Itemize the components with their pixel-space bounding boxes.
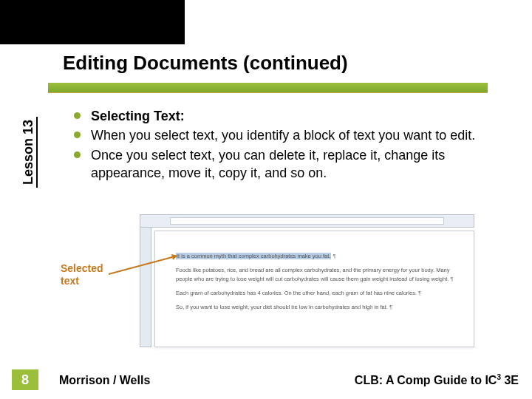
selected-text-highlight: It is a common myth that complex carbohy…	[176, 253, 331, 259]
document-page: It is a common myth that complex carbohy…	[154, 231, 474, 347]
doc-paragraph: Each gram of carbohydrates has 4 calorie…	[176, 289, 457, 298]
bullet-item: When you select text, you identify a blo…	[74, 126, 502, 144]
doc-paragraph-selected: It is a common myth that complex carbohy…	[176, 252, 457, 261]
bullet-item: Once you select text, you can delete it,…	[74, 146, 502, 183]
page-number: 8	[12, 369, 38, 390]
callout-label: Selected text	[61, 262, 118, 287]
footer-authors: Morrison / Wells	[59, 374, 150, 387]
footer-book-title: CLB: A Comp Guide to IC3 3E	[355, 373, 519, 387]
bullet-list: Selecting Text: When you select text, yo…	[74, 107, 502, 183]
lesson-label: Lesson 13	[21, 120, 36, 185]
doc-paragraph: Foods like potatoes, rice, and bread are…	[176, 266, 457, 284]
callout-line2: text	[61, 275, 79, 287]
slide-title: Editing Documents (continued)	[63, 52, 506, 75]
document-figure: It is a common myth that complex carbohy…	[61, 214, 474, 347]
vertical-ruler	[140, 214, 151, 347]
horizontal-ruler	[140, 214, 474, 228]
book-suffix: 3E	[501, 374, 519, 386]
book-prefix: CLB: A Comp Guide to IC	[355, 374, 497, 386]
footer: 8 Morrison / Wells CLB: A Comp Guide to …	[0, 369, 532, 390]
corner-block	[0, 0, 185, 44]
bullet-text: When you select text, you identify a blo…	[91, 126, 475, 144]
title-underline	[48, 83, 488, 93]
doc-paragraph: So, if you want to lose weight, your die…	[176, 303, 457, 312]
bullet-text: Selecting Text:	[91, 107, 185, 125]
bullet-icon	[74, 112, 81, 119]
bullet-icon	[74, 151, 81, 158]
bullet-icon	[74, 132, 81, 138]
bullet-item: Selecting Text:	[74, 107, 502, 125]
callout-line1: Selected	[61, 262, 103, 274]
bullet-text: Once you select text, you can delete it,…	[91, 146, 502, 183]
